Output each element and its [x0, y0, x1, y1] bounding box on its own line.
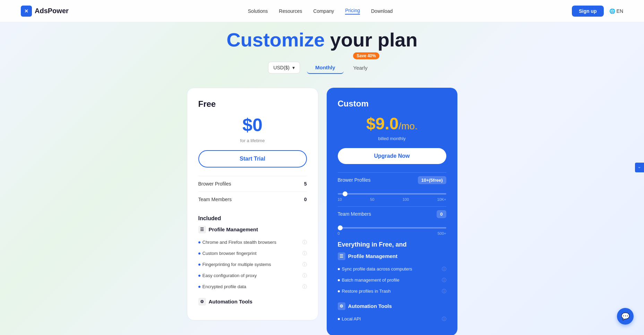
info-icon-white[interactable]: ⓘ — [442, 316, 446, 322]
info-icon-white[interactable]: ⓘ — [442, 277, 446, 283]
slider-label-10k: 10K+ — [437, 197, 446, 201]
free-profiles-label: Brower Profiles — [198, 181, 231, 187]
free-plan-title: Free — [198, 99, 307, 109]
dot-icon — [198, 286, 200, 288]
feature-label: Chrome and Firefox stealth browsers — [203, 240, 276, 245]
period-tabs: Monthly Yearly Save 40% — [307, 62, 376, 74]
custom-members-row: Team Members 0 — [338, 206, 446, 222]
yearly-label: Yearly — [353, 65, 368, 71]
everything-label: Everything in Free, and — [338, 241, 446, 248]
upgrade-now-button[interactable]: Upgrade Now — [338, 148, 446, 164]
custom-members-label: Team Members — [338, 211, 371, 217]
members-slider[interactable] — [338, 227, 446, 229]
lang-label: EN — [617, 8, 623, 14]
free-feature-5: Encrypted profile data ⓘ — [198, 281, 307, 292]
free-feature-4: Easy configuration of proxy ⓘ — [198, 270, 307, 281]
info-icon[interactable]: ⓘ — [302, 273, 307, 279]
feature-label: Custom browser fingerprint — [203, 251, 257, 256]
dropdown-arrow-icon: ▾ — [292, 65, 295, 70]
custom-profiles-row: Brower Profiles 10+(5free) — [338, 172, 446, 188]
info-icon[interactable]: ⓘ — [302, 284, 307, 290]
custom-feature-1: Sync profile data across computers ⓘ — [338, 264, 446, 275]
info-icon[interactable]: ⓘ — [302, 239, 307, 246]
dot-icon — [198, 275, 200, 277]
dot-icon — [198, 241, 200, 243]
side-tab[interactable]: › — [635, 163, 644, 172]
free-price-period: for a lifetime — [198, 138, 307, 143]
nav-pricing[interactable]: Pricing — [345, 8, 360, 15]
custom-profiles-value: 10+(5free) — [418, 176, 446, 184]
free-members-row: Team Members 0 — [198, 191, 307, 207]
profiles-slider[interactable] — [338, 193, 446, 195]
free-price-display: $0 — [198, 114, 307, 135]
nav-company[interactable]: Company — [313, 8, 334, 14]
slider-label-10: 10 — [338, 197, 342, 201]
custom-price-display: $9.0/mo. — [338, 114, 446, 133]
tab-yearly[interactable]: Yearly Save 40% — [345, 62, 376, 74]
info-icon-white[interactable]: ⓘ — [442, 288, 446, 294]
save-badge: Save 40% — [353, 52, 379, 59]
currency-selector[interactable]: USD($) ▾ — [268, 62, 300, 74]
automation-icon-custom: ⚙ — [338, 302, 345, 310]
info-icon-white[interactable]: ⓘ — [442, 266, 446, 272]
custom-price-unit: /mo. — [398, 121, 417, 131]
billing-toggle: USD($) ▾ Monthly Yearly Save 40% — [268, 62, 376, 74]
logo[interactable]: ✕ AdsPower — [21, 6, 69, 17]
free-members-value: 0 — [304, 197, 307, 202]
feature-label: Easy configuration of proxy — [203, 273, 257, 278]
dot-white-icon — [338, 318, 340, 320]
slider-label-100: 100 — [403, 197, 409, 201]
free-price-amount: $0 — [242, 115, 263, 135]
nav-resources[interactable]: Resources — [279, 8, 302, 14]
custom-feature-label: Sync profile data across computers — [342, 266, 412, 272]
dot-white-icon — [338, 290, 340, 292]
free-automation-category: ⚙ Automation Tools — [198, 298, 307, 306]
custom-plan-card: Custom $9.0/mo. billed monthly Upgrade N… — [327, 88, 457, 335]
custom-profiles-label: Brower Profiles — [338, 177, 371, 183]
free-feature-2: Custom browser fingerprint ⓘ — [198, 248, 307, 259]
page-title: Customize your plan — [226, 29, 418, 51]
nav-solutions[interactable]: Solutions — [248, 8, 268, 14]
chat-widget[interactable]: 💬 — [617, 308, 634, 325]
members-slider-container: 0 500+ — [338, 224, 446, 235]
free-members-label: Team Members — [198, 197, 232, 202]
custom-feature-label: Restore profiles in Trash — [342, 289, 391, 294]
tab-monthly[interactable]: Monthly — [307, 62, 344, 74]
dot-icon — [198, 252, 200, 255]
title-blue: Customize — [226, 29, 325, 51]
slider-label-50: 50 — [370, 197, 374, 201]
info-icon[interactable]: ⓘ — [302, 261, 307, 268]
language-selector[interactable]: 🌐 EN — [609, 8, 623, 14]
custom-automation-feature-1: Local API ⓘ — [338, 313, 446, 325]
members-slider-labels: 0 500+ — [338, 231, 446, 235]
slider-label-0: 0 — [338, 231, 340, 235]
profiles-slider-labels: 10 50 100 10K+ — [338, 197, 446, 201]
nav-actions: Sign up 🌐 EN — [572, 6, 623, 17]
custom-price-amount: $9.0 — [366, 114, 398, 133]
custom-profile-mgmt-label: Profile Management — [348, 253, 398, 259]
globe-icon: 🌐 — [609, 8, 615, 14]
included-label: Included — [198, 215, 307, 222]
feature-label: Fingerprinting for multiple systems — [203, 262, 271, 267]
logo-text: AdsPower — [35, 7, 69, 15]
custom-feature-2: Batch management of profile ⓘ — [338, 275, 446, 286]
main-content: Customize your plan USD($) ▾ Monthly Yea… — [0, 22, 644, 335]
custom-automation-feature-label: Local API — [342, 316, 361, 321]
free-profiles-value: 5 — [304, 181, 307, 187]
signup-button[interactable]: Sign up — [572, 6, 603, 17]
start-trial-button[interactable]: Start Trial — [198, 150, 307, 168]
side-tab-icon: › — [637, 167, 642, 168]
profiles-slider-container: 10 50 100 10K+ — [338, 190, 446, 201]
custom-price-period: billed monthly — [338, 136, 446, 141]
automation-icon: ⚙ — [198, 298, 206, 306]
nav-links: Solutions Resources Company Pricing Down… — [248, 8, 393, 15]
custom-feature-3: Restore profiles in Trash ⓘ — [338, 286, 446, 297]
free-automation-label: Automation Tools — [209, 299, 252, 304]
custom-profile-mgmt-category: ☰ Profile Management — [338, 252, 446, 260]
profile-mgmt-icon-custom: ☰ — [338, 252, 345, 260]
info-icon[interactable]: ⓘ — [302, 250, 307, 257]
free-profile-mgmt-label: Profile Management — [209, 226, 258, 232]
dot-white-icon — [338, 279, 340, 281]
free-profiles-row: Brower Profiles 5 — [198, 176, 307, 191]
nav-download[interactable]: Download — [371, 8, 393, 14]
